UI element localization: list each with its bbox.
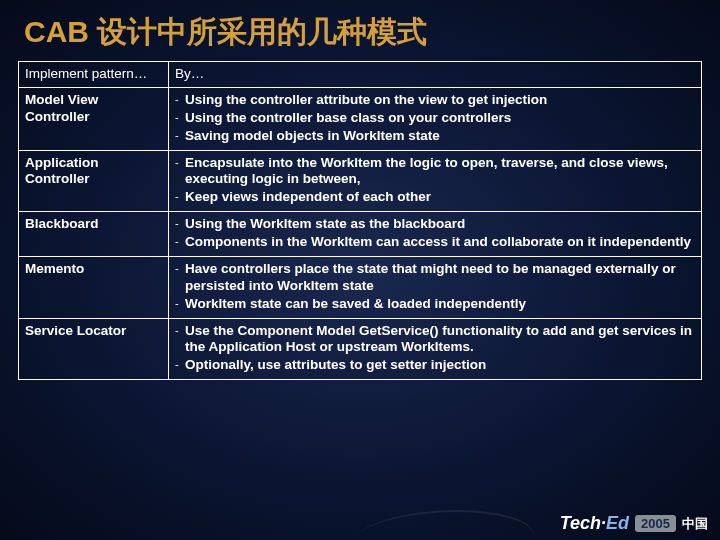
teched-logo: Tech·Ed (560, 513, 629, 534)
year-badge: 2005 (635, 515, 676, 532)
slide-title: CAB 设计中所采用的几种模式 (0, 0, 720, 61)
patterns-table: Implement pattern… By… Model View Contro… (18, 61, 702, 380)
pattern-by-cell: Encapsulate into the WorkItem the logic … (169, 150, 702, 212)
pattern-by-cell: Use the Component Model GetService() fun… (169, 318, 702, 380)
region-label: 中国 (682, 515, 708, 533)
bullet-item: Have controllers place the state that mi… (175, 261, 695, 295)
pattern-name-cell: Application Controller (19, 150, 169, 212)
pattern-by-cell: Have controllers place the state that mi… (169, 256, 702, 318)
header-pattern: Implement pattern… (19, 62, 169, 88)
pattern-by-cell: Using the WorkItem state as the blackboa… (169, 212, 702, 257)
logo-part-b: Ed (606, 513, 629, 533)
footer-logo: Tech·Ed 2005 中国 (560, 513, 708, 534)
bullet-item: WorkItem state can be saved & loaded ind… (175, 296, 695, 313)
header-by: By… (169, 62, 702, 88)
decorative-swoosh (353, 510, 547, 540)
table-row: Application ControllerEncapsulate into t… (19, 150, 702, 212)
pattern-name-cell: Memento (19, 256, 169, 318)
pattern-name-cell: Model View Controller (19, 87, 169, 150)
bullet-item: Saving model objects in WorkItem state (175, 128, 695, 145)
table-row: BlackboardUsing the WorkItem state as th… (19, 212, 702, 257)
bullet-item: Components in the WorkItem can access it… (175, 234, 695, 251)
bullet-item: Using the controller base class on your … (175, 110, 695, 127)
pattern-by-cell: Using the controller attribute on the vi… (169, 87, 702, 150)
bullet-item: Use the Component Model GetService() fun… (175, 323, 695, 357)
table-header-row: Implement pattern… By… (19, 62, 702, 88)
logo-part-a: Tech· (560, 513, 606, 533)
pattern-name-cell: Blackboard (19, 212, 169, 257)
table-row: Service LocatorUse the Component Model G… (19, 318, 702, 380)
bullet-item: Keep views independent of each other (175, 189, 695, 206)
bullet-item: Optionally, use attributes to get setter… (175, 357, 695, 374)
bullet-item: Encapsulate into the WorkItem the logic … (175, 155, 695, 189)
table-row: Model View ControllerUsing the controlle… (19, 87, 702, 150)
bullet-item: Using the WorkItem state as the blackboa… (175, 216, 695, 233)
table-row: MementoHave controllers place the state … (19, 256, 702, 318)
bullet-item: Using the controller attribute on the vi… (175, 92, 695, 109)
pattern-name-cell: Service Locator (19, 318, 169, 380)
